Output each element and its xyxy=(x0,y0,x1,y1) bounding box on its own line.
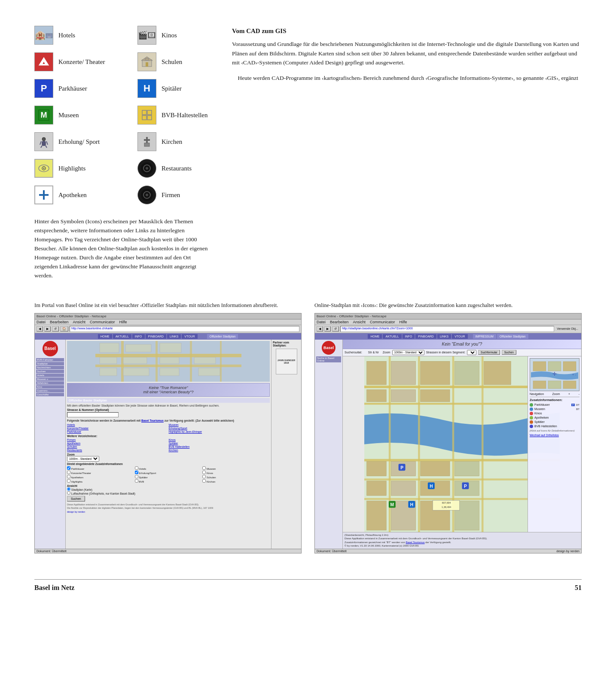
rmenu-ansicht[interactable]: Ansicht xyxy=(353,320,366,324)
cb-apotheken[interactable]: Apotheken xyxy=(67,475,134,479)
cb-kinos[interactable]: Kinos xyxy=(202,471,270,474)
svg-rect-40 xyxy=(39,194,49,196)
basel-tourismus-link[interactable]: Basel Tourismus xyxy=(141,419,164,422)
info-nav[interactable]: INFO xyxy=(132,334,145,339)
menu-hilfe[interactable]: Hilfe xyxy=(119,320,127,324)
cb-highlights[interactable]: Highlights xyxy=(67,479,134,483)
cb-konzerte[interactable]: Konzerte/Theater xyxy=(67,471,134,474)
cb-bvb[interactable]: BVB xyxy=(135,479,202,483)
right-text: Vom CAD zum GIS Voraussetzung und Grundl… xyxy=(232,26,582,82)
svg-line-27 xyxy=(46,141,48,145)
rinfo-nav[interactable]: INFO xyxy=(403,334,415,339)
back-button[interactable]: ◀ xyxy=(37,326,43,331)
w-kirchen[interactable]: Kirchen xyxy=(169,449,270,452)
plus-btn[interactable]: + xyxy=(568,392,570,395)
url-bar-left[interactable]: http://www.baselonline.ch/karte xyxy=(70,326,299,332)
sidebar-bvb[interactable]: BVB-Fahrplan xyxy=(36,358,64,362)
ver-hotels[interactable]: Hotels xyxy=(67,423,168,426)
w-apotheken[interactable]: Apotheken xyxy=(67,442,168,445)
links-nav[interactable]: LINKS xyxy=(167,334,181,339)
basel-tourismus-right[interactable]: Basel Tourismus xyxy=(406,541,425,544)
footer-title: Basel im Netz xyxy=(34,584,74,592)
home-button[interactable]: 🏠 xyxy=(60,326,68,331)
svg-rect-61 xyxy=(198,368,220,376)
m-bt: BT xyxy=(576,408,579,410)
minus-btn[interactable]: - xyxy=(579,392,579,395)
ansicht-luftaufnahme[interactable]: Luftaufnahme (Orthophoto, nur Kanton Bas… xyxy=(67,492,135,495)
ansicht-stadtplan[interactable]: Stadtplan (Karte) xyxy=(67,488,92,491)
sidebar-hotels[interactable]: Hotels xyxy=(36,374,64,377)
sidebar-stadtplan[interactable]: Stadtplan xyxy=(36,362,64,365)
w-spitaeler[interactable]: Spitäler xyxy=(169,442,270,445)
sidebar-nachrichten[interactable]: Nachrichten xyxy=(36,366,64,369)
vtour-nav[interactable]: VTOUR xyxy=(182,334,197,339)
suchen-button-left[interactable]: Suchen xyxy=(67,496,85,502)
sidebar-abfahrt[interactable]: Abfahrten xyxy=(36,381,64,385)
cb-kirchen[interactable]: Kirchen xyxy=(202,479,270,483)
ver-museen[interactable]: Museen xyxy=(169,423,270,426)
sidebar-gastrono[interactable]: Gastrono... xyxy=(36,389,64,392)
menu-datei[interactable]: Datei xyxy=(37,320,46,324)
ver-parkhauser[interactable]: Parkhäuser xyxy=(67,430,168,433)
zusatz-a-label: Apotheken xyxy=(534,416,549,419)
cb-parkhauser[interactable]: Parkhäuser xyxy=(67,466,134,470)
rback-button[interactable]: ◀ xyxy=(317,326,323,331)
ver-highlights[interactable]: Highlights by Jann-Ehinger xyxy=(169,430,270,433)
rreload-button[interactable]: ↺ xyxy=(332,326,339,331)
suchen-btn-right[interactable]: Suchen xyxy=(502,350,516,355)
cb-spitaeler[interactable]: Spitäler xyxy=(135,475,202,479)
cb-schulen[interactable]: Schulen xyxy=(202,475,270,479)
partner-name: JANN EHINGER1818 xyxy=(278,359,296,364)
rlinks-nav[interactable]: LINKS xyxy=(437,334,451,339)
w-firmen[interactable]: Firmen xyxy=(67,438,168,441)
menu-bearbeiten[interactable]: Bearbeiten xyxy=(50,320,69,324)
pinboard-nav[interactable]: PINBOARD xyxy=(146,334,167,339)
w-restaurants[interactable]: Restaurants xyxy=(67,449,168,452)
w-kinos[interactable]: Kinos xyxy=(169,438,270,441)
aktuell-nav[interactable]: AKTUELL xyxy=(113,334,131,339)
w-bvb[interactable]: BVB Haltestellen xyxy=(169,445,270,448)
cb-hotels[interactable]: Hotels xyxy=(135,466,202,470)
rvtour-nav[interactable]: VTOUR xyxy=(452,334,467,339)
sidebar-museen[interactable]: Museen v xyxy=(36,377,64,381)
wechsel-link[interactable]: Wechsel auf Orthofotos xyxy=(530,434,579,437)
sidebar-suchen[interactable]: Suchen xyxy=(36,370,64,373)
ver-konzerte[interactable]: Konzerte/Theater xyxy=(67,427,168,430)
rpinboard-nav[interactable]: PINBOARD xyxy=(415,334,436,339)
rmenu-datei[interactable]: Datei xyxy=(317,320,326,324)
cb-museen[interactable]: Museen xyxy=(202,466,270,470)
home-nav[interactable]: HOME xyxy=(98,334,112,339)
rforward-button[interactable]: ▶ xyxy=(324,326,331,331)
rmenu-communicator[interactable]: Communicator xyxy=(370,320,395,324)
menu-communicator[interactable]: Communicator xyxy=(90,320,115,324)
svg-rect-2 xyxy=(49,34,50,35)
rmenu-hilfe[interactable]: Hilfe xyxy=(399,320,407,324)
raktuell-nav[interactable]: AKTUELL xyxy=(383,334,401,339)
menu-ansicht[interactable]: Ansicht xyxy=(73,320,86,324)
rsidebar-link1[interactable]: Suche in Basel Online xyxy=(316,356,341,362)
rmenu-bearbeiten[interactable]: Bearbeiten xyxy=(330,320,349,324)
description-text: Hinter den Symbolen (Icons) erscheinen p… xyxy=(34,217,215,280)
sidebar-geschaft[interactable]: Geschäfte xyxy=(36,393,64,396)
cb-erholung[interactable]: Erholung/Sport xyxy=(135,471,202,474)
zoom-select-right[interactable]: 1000m - Standard xyxy=(392,350,424,355)
reload-button[interactable]: ↺ xyxy=(52,326,59,331)
zoom-select[interactable]: 1000m - Standard xyxy=(67,456,99,462)
list-item: Firmen xyxy=(137,185,223,204)
right-screenshot-caption: Online-Stadtplan mit ‹Icons›: Die gewüns… xyxy=(314,301,582,309)
url-bar-right[interactable]: http://stadtplan.baselonline.ch/karte.cf… xyxy=(340,326,554,332)
rhome-nav[interactable]: HOME xyxy=(368,334,382,339)
strassen-select[interactable] xyxy=(467,350,476,355)
erholung-label: Erholung/ Sport xyxy=(58,138,100,146)
left-main-content: Basel BVB-Fahrplan Stadtplan Nachrichten… xyxy=(35,340,301,549)
strasse-input[interactable] xyxy=(67,412,119,417)
svg-rect-84 xyxy=(367,481,386,495)
w-schulen[interactable]: Schulen xyxy=(67,445,168,448)
left-titlebar: Basel Online - Offizieller Stadtplan - N… xyxy=(35,313,301,319)
ver-erholung[interactable]: Erholung/Sport xyxy=(169,427,270,430)
right-banner: Kein "Email for you"? xyxy=(343,340,581,349)
sidebar-kino[interactable]: Kino xyxy=(36,385,64,389)
suchformular-btn[interactable]: Suchformular xyxy=(478,350,500,355)
footer-page: 51 xyxy=(575,584,582,592)
forward-button[interactable]: ▶ xyxy=(44,326,51,331)
